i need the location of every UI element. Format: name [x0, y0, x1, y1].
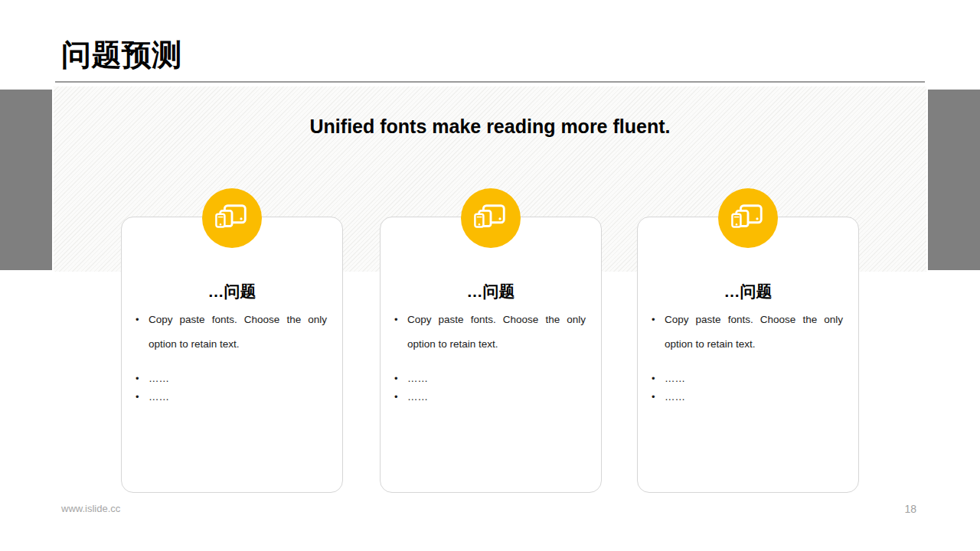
page-title: 问题预测: [61, 37, 182, 74]
spacer: [652, 357, 843, 370]
card-heading: …问题: [122, 282, 342, 301]
presentation-slide: 问题预测 Unified fonts make reading more flu…: [0, 0, 980, 551]
bullet-marker: •: [136, 308, 149, 357]
list-item: • Copy paste fonts. Choose the only opti…: [136, 308, 327, 357]
bullet-text: ……: [149, 370, 327, 388]
spacer: [136, 357, 327, 370]
card-body: • Copy paste fonts. Choose the only opti…: [122, 301, 342, 406]
bullet-marker: •: [652, 370, 665, 388]
bullet-marker: •: [652, 388, 665, 406]
problem-card-2: …问题 • Copy paste fonts. Choose the only …: [380, 217, 602, 493]
card-body: • Copy paste fonts. Choose the only opti…: [381, 301, 601, 406]
list-item: • ……: [136, 370, 327, 388]
bullet-text: ……: [149, 388, 327, 406]
list-item: • ……: [652, 370, 843, 388]
card-heading: …问题: [638, 282, 858, 301]
bullet-text: ……: [407, 370, 586, 388]
list-item: • ……: [394, 388, 586, 406]
responsive-devices-icon: [461, 188, 521, 248]
list-item: • ……: [136, 388, 327, 406]
bullet-text: ……: [665, 388, 843, 406]
page-number: 18: [904, 503, 916, 515]
bullet-text: Copy paste fonts. Choose the only option…: [149, 308, 327, 357]
card-heading: …问题: [381, 282, 601, 301]
bullet-text: ……: [665, 370, 843, 388]
footer-website: www.islide.cc: [61, 503, 120, 514]
bullet-marker: •: [394, 308, 407, 357]
bullet-marker: •: [136, 388, 149, 406]
bullet-marker: •: [652, 308, 665, 357]
list-item: • Copy paste fonts. Choose the only opti…: [394, 308, 586, 357]
bullet-text: ……: [407, 388, 586, 406]
bullet-marker: •: [136, 370, 149, 388]
list-item: • ……: [394, 370, 586, 388]
list-item: • ……: [652, 388, 843, 406]
title-underline: [55, 81, 925, 83]
bullet-text: Copy paste fonts. Choose the only option…: [665, 308, 843, 357]
problem-card-1: …问题 • Copy paste fonts. Choose the only …: [121, 217, 343, 493]
bullet-text: Copy paste fonts. Choose the only option…: [407, 308, 586, 357]
list-item: • Copy paste fonts. Choose the only opti…: [652, 308, 843, 357]
problem-card-3: …问题 • Copy paste fonts. Choose the only …: [637, 217, 859, 493]
bullet-marker: •: [394, 388, 407, 406]
card-body: • Copy paste fonts. Choose the only opti…: [638, 301, 858, 406]
banner-heading: Unified fonts make reading more fluent.: [0, 116, 980, 138]
bullet-marker: •: [394, 370, 407, 388]
spacer: [394, 357, 586, 370]
responsive-devices-icon: [718, 188, 778, 248]
responsive-devices-icon: [202, 188, 262, 248]
